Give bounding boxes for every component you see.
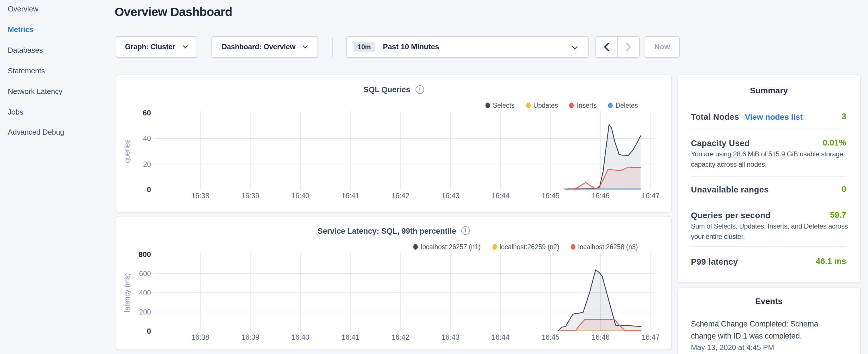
time-step-buttons bbox=[595, 36, 639, 58]
sidebar-item-statements[interactable]: Statements bbox=[8, 66, 45, 75]
event-item-time: May 13, 2020 at 4:45 PM bbox=[691, 343, 774, 351]
sql-queries-card: SQL Queriesi SelectsUpdatesInsertsDelete… bbox=[116, 74, 672, 213]
svg-text:16:38: 16:38 bbox=[191, 192, 210, 200]
summary-desc: Sum of Selects, Updates, Inserts, and De… bbox=[691, 222, 852, 242]
summary-value: 59.7 bbox=[830, 210, 846, 219]
divider bbox=[691, 176, 846, 177]
svg-text:0: 0 bbox=[147, 185, 151, 194]
summary-value: 0 bbox=[842, 184, 846, 193]
controls-divider bbox=[332, 38, 333, 57]
divider bbox=[691, 202, 846, 203]
svg-text:400: 400 bbox=[139, 288, 151, 296]
svg-text:16:42: 16:42 bbox=[392, 192, 409, 200]
summary-value: 46.1 ms bbox=[816, 257, 846, 266]
svg-text:16:46: 16:46 bbox=[592, 333, 610, 341]
sidebar-item-metrics[interactable]: Metrics bbox=[8, 25, 34, 34]
svg-text:16:46: 16:46 bbox=[592, 192, 610, 200]
summary-row-p99: P99 latency 46.1 ms bbox=[691, 257, 846, 267]
view-nodes-list-link[interactable]: View nodes list bbox=[745, 112, 803, 122]
summary-value: 3 bbox=[842, 112, 846, 121]
summary-label: P99 latency bbox=[691, 257, 738, 266]
svg-text:16:41: 16:41 bbox=[342, 333, 360, 341]
svg-text:60: 60 bbox=[143, 108, 151, 117]
graph-dropdown-label: Graph: Cluster bbox=[125, 43, 175, 51]
graph-dropdown[interactable]: Graph: Cluster bbox=[116, 36, 197, 58]
sidebar-item-overview[interactable]: Overview bbox=[8, 5, 38, 13]
summary-desc: You are using 28.6 MiB of 515.9 GiB usab… bbox=[691, 150, 852, 170]
chevron-right-icon bbox=[626, 43, 631, 51]
dashboard-dropdown-label: Dashboard: Overview bbox=[222, 43, 296, 51]
svg-text:16:43: 16:43 bbox=[442, 192, 460, 200]
chevron-down-icon bbox=[183, 45, 188, 49]
sidebar-item-advanced-debug[interactable]: Advanced Debug bbox=[8, 128, 64, 136]
summary-row-total-nodes: Total NodesView nodes list 3 bbox=[691, 112, 846, 122]
chevron-down-icon bbox=[303, 45, 308, 49]
summary-label: Total Nodes bbox=[691, 112, 739, 122]
sql-queries-plot: 16:3816:3916:4016:4116:4216:4316:4416:45… bbox=[116, 75, 672, 213]
service-latency-card: Service Latency: SQL, 99th percentilei l… bbox=[116, 216, 672, 350]
event-item-text[interactable]: Schema Change Completed: Schema change w… bbox=[691, 318, 830, 342]
now-button[interactable]: Now bbox=[645, 36, 679, 58]
divider bbox=[691, 246, 846, 247]
summary-row-capacity: Capacity Used 0.01% bbox=[691, 138, 846, 148]
svg-text:16:38: 16:38 bbox=[191, 333, 210, 341]
service-latency-plot: 16:3816:3916:4016:4116:4216:4316:4416:45… bbox=[116, 216, 672, 350]
sidebar-item-databases[interactable]: Databases bbox=[8, 46, 43, 55]
sidebar-item-network-latency[interactable]: Network Latency bbox=[8, 87, 62, 96]
svg-text:16:47: 16:47 bbox=[642, 333, 660, 341]
svg-text:16:45: 16:45 bbox=[541, 192, 560, 200]
summary-row-qps: Queries per second 59.7 bbox=[691, 210, 846, 220]
summary-label: Capacity Used bbox=[691, 139, 750, 148]
summary-label: Queries per second bbox=[691, 211, 771, 220]
svg-text:800: 800 bbox=[139, 250, 151, 258]
svg-text:20: 20 bbox=[143, 160, 151, 168]
page-title: Overview Dashboard bbox=[115, 5, 232, 19]
svg-text:latency (ms): latency (ms) bbox=[123, 273, 131, 312]
svg-text:16:42: 16:42 bbox=[392, 333, 409, 341]
dashboard-dropdown[interactable]: Dashboard: Overview bbox=[212, 36, 318, 58]
summary-row-unavailable: Unavailable ranges 0 bbox=[691, 184, 846, 194]
time-back-button[interactable] bbox=[596, 37, 617, 57]
events-title: Events bbox=[678, 296, 860, 305]
svg-text:16:44: 16:44 bbox=[492, 333, 509, 341]
time-forward-button[interactable] bbox=[617, 37, 639, 57]
svg-text:600: 600 bbox=[139, 269, 151, 277]
svg-text:16:41: 16:41 bbox=[342, 192, 360, 200]
time-range-badge: 10m bbox=[353, 42, 375, 52]
svg-text:16:40: 16:40 bbox=[291, 192, 309, 200]
svg-text:0: 0 bbox=[147, 326, 151, 335]
svg-text:16:39: 16:39 bbox=[241, 192, 259, 200]
sidebar-item-jobs[interactable]: Jobs bbox=[8, 108, 23, 116]
svg-text:16:47: 16:47 bbox=[642, 192, 660, 200]
svg-text:200: 200 bbox=[139, 308, 151, 316]
time-range-label: Past 10 Minutes bbox=[383, 43, 439, 51]
overview-dashboard-page: Overview Metrics Databases Statements Ne… bbox=[0, 0, 868, 354]
events-card: Events Schema Change Completed: Schema c… bbox=[677, 287, 861, 354]
svg-text:queries: queries bbox=[123, 139, 131, 163]
summary-title: Summary bbox=[678, 86, 860, 95]
divider bbox=[691, 129, 846, 129]
svg-text:16:43: 16:43 bbox=[442, 333, 460, 341]
svg-text:16:40: 16:40 bbox=[291, 333, 309, 341]
svg-text:40: 40 bbox=[143, 134, 151, 142]
svg-text:16:44: 16:44 bbox=[492, 192, 509, 200]
svg-text:16:39: 16:39 bbox=[241, 333, 259, 341]
summary-label: Unavailable ranges bbox=[691, 185, 769, 194]
chevron-left-icon bbox=[604, 43, 609, 51]
time-range-dropdown[interactable]: 10m Past 10 Minutes bbox=[346, 36, 589, 58]
summary-card: Summary Total NodesView nodes list 3 Cap… bbox=[677, 74, 861, 283]
summary-value: 0.01% bbox=[823, 138, 846, 147]
svg-text:16:45: 16:45 bbox=[541, 333, 560, 341]
chevron-down-icon bbox=[572, 46, 578, 50]
